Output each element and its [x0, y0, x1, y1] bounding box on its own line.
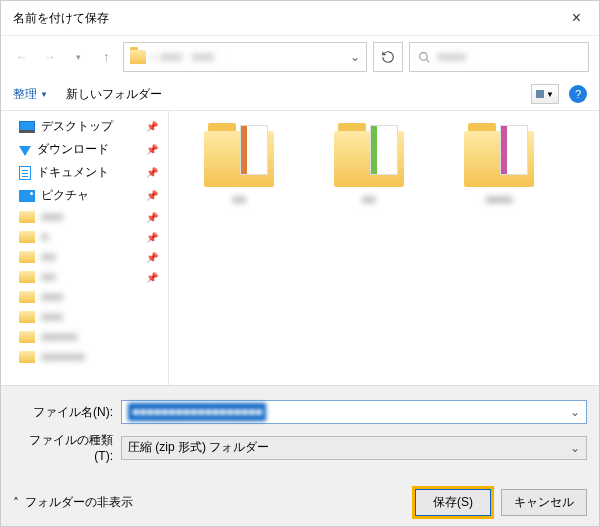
sidebar-item-pictures[interactable]: ピクチャ📌 [1, 184, 168, 207]
folder-item[interactable]: ■■ [319, 131, 419, 205]
organize-menu[interactable]: 整理 ▼ [13, 86, 48, 103]
sidebar-item[interactable]: ■■■ [1, 307, 168, 327]
sidebar-item[interactable]: ■■📌 [1, 247, 168, 267]
address-bar[interactable]: « ■■■ · ■■■ · ⌄ [123, 42, 367, 72]
sidebar-item-label: ■■■ [41, 290, 63, 304]
folder-icon [19, 231, 35, 243]
cancel-button[interactable]: キャンセル [501, 489, 587, 516]
sidebar-item-label: ドキュメント [37, 164, 109, 181]
search-placeholder: ■■■■ [437, 50, 466, 64]
sidebar-item[interactable]: ■■■📌 [1, 207, 168, 227]
file-content-area[interactable]: ■■ ■■ ■■■■ [169, 111, 599, 385]
folder-label: ■■ [362, 193, 375, 205]
sidebar-item[interactable]: ■📌 [1, 227, 168, 247]
folder-icon [19, 331, 35, 343]
forward-button[interactable]: → [39, 46, 61, 68]
folder-large-icon [464, 131, 534, 187]
pin-icon: 📌 [146, 212, 158, 223]
sidebar-item-label: ■■■ [41, 210, 63, 224]
hide-folders-label: フォルダーの非表示 [25, 494, 133, 511]
sidebar-item-label: ■■ [41, 250, 56, 264]
sidebar-item[interactable]: ■■■ [1, 287, 168, 307]
desktop-icon [19, 121, 35, 133]
close-button[interactable]: × [566, 9, 587, 27]
chevron-down-icon[interactable]: ⌄ [350, 50, 360, 64]
filename-value: ■■■■■■■■■■■■■■■■■■ [128, 403, 266, 421]
up-button[interactable]: ↑ [95, 46, 117, 68]
pin-icon: 📌 [146, 232, 158, 243]
filename-label: ファイル名(N): [13, 404, 113, 421]
sidebar-item-downloads[interactable]: ダウンロード📌 [1, 138, 168, 161]
filetype-select[interactable]: 圧縮 (zip 形式) フォルダー ⌄ [121, 436, 587, 460]
sidebar-item-desktop[interactable]: デスクトップ📌 [1, 115, 168, 138]
sidebar-item-label: デスクトップ [41, 118, 113, 135]
save-button[interactable]: 保存(S) [415, 489, 491, 516]
sidebar-item-label: ダウンロード [37, 141, 109, 158]
window-title: 名前を付けて保存 [13, 10, 109, 27]
folder-label: ■■ [232, 193, 245, 205]
view-options-button[interactable]: ▼ [531, 84, 559, 104]
folder-item[interactable]: ■■ [189, 131, 289, 205]
filetype-value: 圧縮 (zip 形式) フォルダー [128, 439, 269, 456]
sidebar-item-documents[interactable]: ドキュメント📌 [1, 161, 168, 184]
svg-line-1 [426, 59, 429, 62]
folder-icon [19, 351, 35, 363]
folder-icon [19, 291, 35, 303]
help-button[interactable]: ? [569, 85, 587, 103]
folder-large-icon [204, 131, 274, 187]
search-icon [418, 51, 431, 64]
sidebar-item-label: ■ [41, 230, 48, 244]
folder-icon [19, 271, 35, 283]
search-input[interactable]: ■■■■ [409, 42, 589, 72]
download-icon [19, 146, 31, 156]
sidebar-item-label: ピクチャ [41, 187, 89, 204]
sidebar: デスクトップ📌 ダウンロード📌 ドキュメント📌 ピクチャ📌 ■■■📌 ■📌 ■■… [1, 111, 169, 385]
filename-input[interactable]: ■■■■■■■■■■■■■■■■■■ ⌄ [121, 400, 587, 424]
recent-dropdown[interactable]: ▾ [67, 46, 89, 68]
sidebar-item[interactable]: ■■📌 [1, 267, 168, 287]
pictures-icon [19, 190, 35, 202]
folder-icon [130, 50, 146, 64]
chevron-down-icon: ⌄ [570, 441, 580, 455]
pin-icon: 📌 [146, 167, 158, 178]
chevron-down-icon: ▼ [40, 90, 48, 99]
folder-icon [19, 251, 35, 263]
folder-icon [19, 211, 35, 223]
folder-item[interactable]: ■■■■ [449, 131, 549, 205]
sidebar-item-label: ■■ [41, 270, 56, 284]
sidebar-item[interactable]: ■■■■■■ [1, 347, 168, 367]
chevron-up-icon: ˄ [13, 496, 19, 510]
organize-label: 整理 [13, 86, 37, 103]
hide-folders-toggle[interactable]: ˄ フォルダーの非表示 [13, 494, 133, 511]
pin-icon: 📌 [146, 190, 158, 201]
document-icon [19, 166, 31, 180]
sidebar-item-label: ■■■ [41, 310, 63, 324]
chevron-down-icon[interactable]: ⌄ [570, 405, 580, 419]
folder-label: ■■■■ [486, 193, 513, 205]
svg-point-0 [420, 52, 428, 60]
refresh-button[interactable] [373, 42, 403, 72]
breadcrumb: « ■■■ · ■■■ · [150, 50, 220, 64]
pin-icon: 📌 [146, 252, 158, 263]
back-button[interactable]: ← [11, 46, 33, 68]
pin-icon: 📌 [146, 272, 158, 283]
pin-icon: 📌 [146, 121, 158, 132]
filetype-label: ファイルの種類(T): [13, 432, 113, 463]
sidebar-item-label: ■■■■■■ [41, 350, 85, 364]
new-folder-button[interactable]: 新しいフォルダー [66, 86, 162, 103]
pin-icon: 📌 [146, 144, 158, 155]
sidebar-item-label: ■■■■■ [41, 330, 77, 344]
folder-large-icon [334, 131, 404, 187]
folder-icon [19, 311, 35, 323]
sidebar-item[interactable]: ■■■■■ [1, 327, 168, 347]
